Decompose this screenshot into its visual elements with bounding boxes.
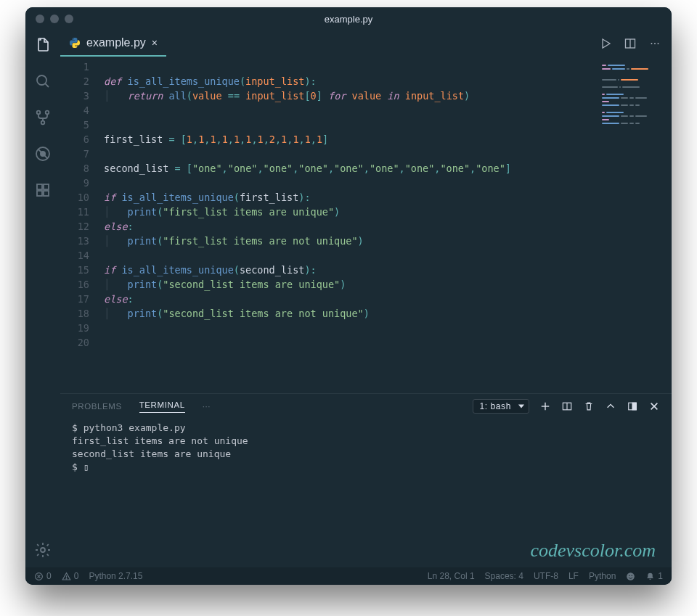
svg-line-1: [45, 83, 49, 87]
svg-point-12: [41, 548, 45, 552]
search-icon[interactable]: [33, 71, 53, 91]
activity-bar: [25, 30, 60, 567]
panel-tab-more-icon[interactable]: ···: [203, 402, 211, 411]
svg-rect-20: [632, 403, 636, 410]
more-actions-icon[interactable]: ···: [648, 37, 661, 50]
status-errors[interactable]: 0: [34, 571, 52, 581]
close-panel-icon[interactable]: [648, 401, 660, 412]
status-python-version[interactable]: Python 2.7.15: [89, 571, 142, 581]
svg-point-3: [46, 111, 49, 115]
svg-point-28: [627, 572, 635, 580]
editor-window: example.py: [25, 7, 672, 585]
line-numbers: 1 2 3 4 5 6 7 8 9 10 11 12 13 14 15 16 1…: [60, 57, 104, 393]
svg-rect-8: [37, 184, 42, 189]
status-spaces[interactable]: Spaces: 4: [485, 571, 523, 581]
code-content[interactable]: def is_all_items_unique(input_list): │ r…: [104, 57, 672, 393]
watermark: codevscolor.com: [530, 540, 656, 562]
titlebar: example.py: [25, 7, 672, 30]
python-file-icon: [69, 37, 81, 49]
status-notifications[interactable]: 1: [645, 571, 663, 581]
status-warnings[interactable]: 0: [62, 571, 79, 581]
run-button[interactable]: [599, 37, 612, 50]
panel-tab-problems[interactable]: PROBLEMS: [72, 402, 122, 411]
panel-tab-terminal[interactable]: TERMINAL: [139, 401, 185, 413]
status-cursor[interactable]: Ln 28, Col 1: [428, 571, 475, 581]
status-eol[interactable]: LF: [568, 571, 579, 581]
svg-point-2: [37, 111, 41, 115]
window-title: example.py: [25, 14, 672, 25]
code-editor[interactable]: 1 2 3 4 5 6 7 8 9 10 11 12 13 14 15 16 1…: [60, 57, 672, 393]
tab-bar: example.py × ···: [60, 30, 672, 57]
svg-rect-10: [44, 191, 49, 196]
extensions-icon[interactable]: [33, 180, 53, 200]
new-terminal-icon[interactable]: [539, 401, 551, 412]
tab-close-icon[interactable]: ×: [152, 37, 158, 49]
explorer-icon[interactable]: [33, 35, 53, 55]
bottom-panel: PROBLEMS TERMINAL ··· 1: bash $ python3 …: [60, 393, 672, 567]
svg-rect-11: [44, 184, 49, 189]
split-editor-icon[interactable]: [624, 37, 637, 50]
trash-terminal-icon[interactable]: [583, 401, 595, 412]
source-control-icon[interactable]: [33, 107, 53, 128]
svg-point-29: [629, 575, 629, 575]
status-language[interactable]: Python: [589, 571, 616, 581]
chevron-up-icon[interactable]: [605, 401, 616, 412]
svg-point-30: [632, 575, 632, 575]
settings-gear-icon[interactable]: [33, 540, 53, 560]
svg-point-7: [40, 151, 46, 157]
tab-label: example.py: [86, 36, 146, 49]
maximize-panel-icon[interactable]: [627, 401, 638, 412]
status-bar: 0 0 Python 2.7.15 Ln 28, Col 1 Spaces: 4…: [25, 567, 672, 585]
svg-point-4: [41, 121, 45, 125]
tab-example-py[interactable]: example.py ×: [60, 30, 166, 57]
svg-point-27: [66, 578, 67, 579]
status-encoding[interactable]: UTF-8: [534, 571, 558, 581]
split-terminal-icon[interactable]: [561, 401, 573, 412]
svg-rect-9: [37, 191, 42, 196]
svg-point-0: [37, 75, 46, 85]
status-feedback-icon[interactable]: [626, 572, 635, 581]
debug-icon[interactable]: [33, 144, 53, 164]
terminal-selector[interactable]: 1: bash: [473, 399, 529, 414]
